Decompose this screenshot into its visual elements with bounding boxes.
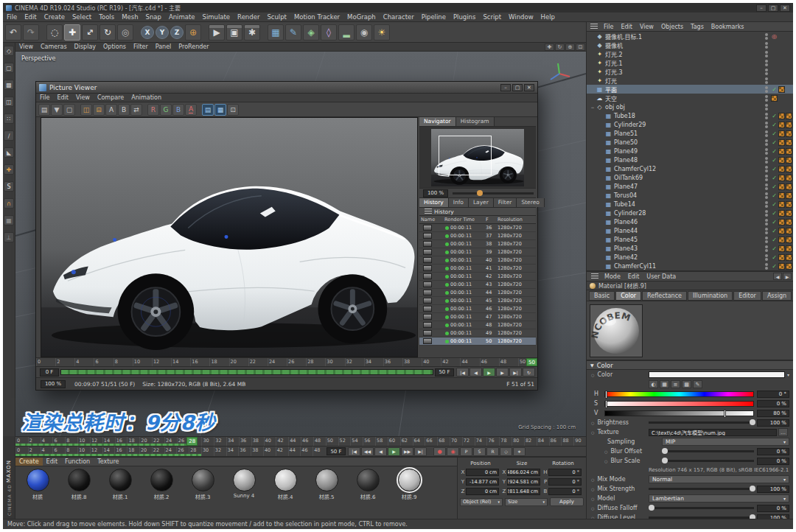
object-row[interactable]: ☁ 天空: [587, 94, 793, 102]
object-tag-icon[interactable]: [778, 219, 785, 225]
object-row[interactable]: − ◇ obj obj: [587, 102, 793, 111]
chevron-down-icon[interactable]: ▾: [787, 372, 789, 377]
record-rotation-button[interactable]: R: [486, 447, 499, 456]
object-tag-icon[interactable]: [771, 210, 778, 217]
viewport-menu-item[interactable]: Panel: [152, 43, 175, 51]
undo-icon[interactable]: ↶: [5, 24, 21, 41]
object-tag-icon[interactable]: [771, 263, 778, 270]
object-tag-icon[interactable]: [786, 210, 792, 217]
range-end-field[interactable]: 50 F: [327, 447, 346, 455]
object-tag-icon[interactable]: [778, 254, 785, 261]
om-menu-item[interactable]: View: [636, 22, 657, 31]
object-tag-icon[interactable]: [771, 139, 778, 146]
object-row[interactable]: ▦ Cylinder28: [587, 209, 793, 217]
object-row[interactable]: ▦ Plane50: [587, 138, 793, 147]
next-frame-button[interactable]: ▶▶: [401, 447, 413, 456]
visibility-dots[interactable]: [765, 157, 768, 164]
menu-item[interactable]: Snap: [142, 13, 165, 21]
object-tag-icon[interactable]: [771, 228, 778, 234]
viewport-menu-item[interactable]: Display: [71, 43, 100, 51]
navigator-view-rect[interactable]: [439, 136, 492, 175]
color-section-header[interactable]: ▼Color: [587, 360, 793, 370]
scene-camera-icon[interactable]: ◉: [356, 24, 372, 41]
visibility-dots[interactable]: [765, 51, 768, 57]
object-row[interactable]: ✦ 灯光.1: [587, 58, 793, 67]
object-tag-icon[interactable]: [778, 122, 785, 128]
history-row[interactable]: 00:00:11 44 1280x720: [419, 289, 536, 297]
object-tag-icon[interactable]: [771, 237, 778, 243]
object-row[interactable]: ▦ Plane43: [587, 244, 793, 253]
set-image-a-icon[interactable]: A: [105, 104, 117, 116]
object-tag-icon[interactable]: [771, 166, 778, 172]
apply-button[interactable]: Apply: [550, 497, 584, 506]
pv-progress-bar[interactable]: [60, 369, 433, 375]
workplane-mode-icon[interactable]: ◫: [4, 97, 14, 107]
diffuse-falloff-slider[interactable]: [649, 507, 754, 509]
object-tag-icon[interactable]: [771, 183, 778, 190]
visibility-dots[interactable]: [765, 210, 768, 217]
pv-menu-item[interactable]: Compare: [94, 94, 128, 102]
model-dropdown[interactable]: Lambertian▾: [649, 494, 789, 503]
record-keyframe-button[interactable]: ●: [433, 447, 446, 456]
toolbar-separator[interactable]: [41, 24, 45, 41]
viewport-menu-item[interactable]: Options: [100, 43, 130, 51]
size-field[interactable]: 4866.024 cm: [507, 469, 540, 476]
menu-item[interactable]: File: [3, 13, 21, 21]
compare-ab-icon[interactable]: ◫: [80, 104, 92, 116]
object-tag-icon[interactable]: [786, 113, 792, 119]
zoom-value[interactable]: 100 %: [423, 189, 448, 197]
filter-panel-icon[interactable]: ▦: [214, 104, 226, 116]
pv-play-button[interactable]: ▶: [483, 368, 495, 377]
history-row[interactable]: 00:00:11 49 1280x720: [419, 329, 536, 337]
visibility-dots[interactable]: [765, 69, 768, 75]
texture-browse-button[interactable]: …: [778, 428, 788, 436]
expand-toggle[interactable]: −: [590, 105, 596, 110]
attr-menu-item[interactable]: Mode: [601, 272, 624, 281]
size-field[interactable]: 2924.581 cm: [507, 478, 540, 486]
rendered-image[interactable]: [41, 117, 418, 357]
object-tag-icon[interactable]: [786, 130, 792, 137]
object-tag-icon[interactable]: [786, 122, 792, 128]
visibility-dots[interactable]: [765, 263, 768, 270]
material-item[interactable]: 材质.4: [265, 469, 306, 500]
menu-item[interactable]: Script: [479, 13, 505, 21]
pv-toolbar-separator[interactable]: [76, 104, 80, 116]
quantize-icon[interactable]: ▦: [4, 215, 14, 225]
menu-item[interactable]: Plugins: [450, 13, 479, 21]
material-item[interactable]: 材质.8: [58, 469, 100, 500]
scene-light-icon[interactable]: ☀: [374, 24, 390, 41]
navigator-tab[interactable]: Histogram: [456, 117, 495, 126]
live-selection-icon[interactable]: ◌: [46, 24, 63, 41]
layer-panel-icon[interactable]: ▤: [202, 104, 214, 116]
viewport-menu-item[interactable]: Filter: [130, 43, 152, 51]
blur-scale-slider[interactable]: [662, 460, 754, 462]
object-tag-icon[interactable]: [771, 219, 778, 225]
object-tag-icon[interactable]: [786, 157, 792, 164]
attr-menu-item[interactable]: Edit: [624, 272, 643, 281]
prev-key-button[interactable]: ◀◀: [361, 447, 374, 456]
menu-item[interactable]: Simulate: [199, 13, 234, 21]
panel-menu-icon[interactable]: [590, 24, 598, 30]
attribute-tab[interactable]: Color: [615, 291, 641, 301]
menu-item[interactable]: Character: [380, 13, 418, 21]
object-row[interactable]: ✦ 灯光: [587, 76, 793, 85]
object-tag-icon[interactable]: [778, 245, 785, 252]
goto-end-button[interactable]: ▶|: [414, 447, 427, 456]
object-tag-icon[interactable]: [778, 86, 785, 93]
menu-item[interactable]: Mesh: [118, 13, 142, 21]
material-item[interactable]: 材质.3: [182, 469, 223, 500]
visibility-dots[interactable]: [765, 201, 768, 208]
history-row[interactable]: 00:00:11 47 1280x720: [419, 313, 536, 321]
render-settings-icon[interactable]: ✱: [244, 24, 260, 41]
object-tag-icon[interactable]: [771, 122, 778, 128]
pv-toolbar-separator[interactable]: [198, 104, 201, 116]
color-sliders-icon[interactable]: ≡: [671, 380, 680, 388]
color-picker-icon[interactable]: ✎: [693, 380, 702, 388]
attribute-tab[interactable]: Basic: [589, 291, 615, 301]
record-scale-button[interactable]: S: [473, 447, 486, 456]
visibility-dots[interactable]: [765, 33, 768, 40]
visibility-dots[interactable]: [765, 245, 768, 252]
position-field[interactable]: 0 cm: [466, 469, 499, 476]
object-tag-icon[interactable]: [786, 166, 792, 172]
object-row[interactable]: ▦ Tube14: [587, 200, 793, 209]
